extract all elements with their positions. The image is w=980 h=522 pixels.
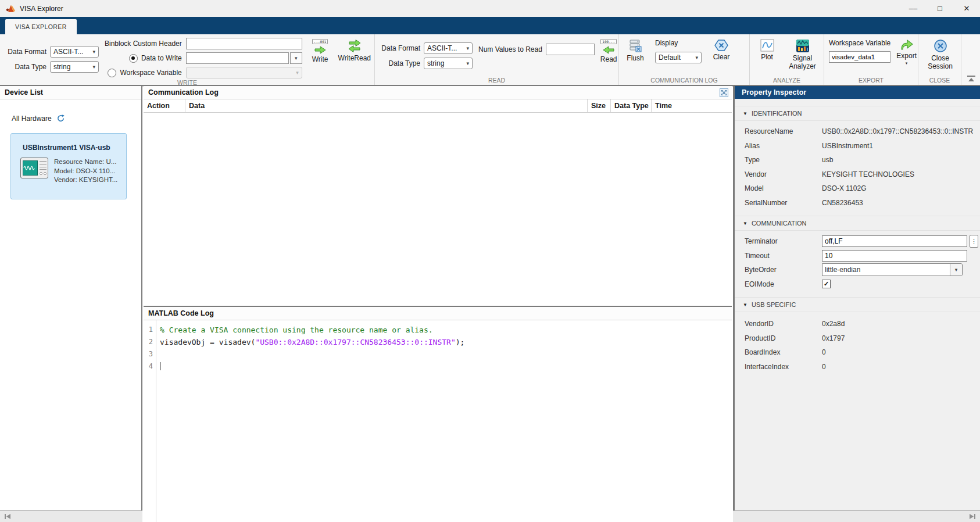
signal-analyzer-button[interactable]: Signal Analyzer (786, 38, 820, 71)
writeread-button[interactable]: WriteRead (338, 38, 371, 63)
toolstrip-ribbon: Data Format ASCII-T...▾ Data Type string… (0, 34, 980, 87)
data-to-write-combobox[interactable]: ▾ (186, 52, 302, 64)
undock-icon[interactable] (720, 88, 728, 97)
usb-specific-section-header[interactable]: ▼ USB SPECIFIC (735, 297, 980, 312)
property-row: Vendor KEYSIGHT TECHNOLOGIES (735, 167, 980, 182)
inspector-panel-bottom-bar (733, 510, 980, 522)
collapse-triangle-icon: ▼ (743, 221, 747, 226)
property-row: Timeout (735, 249, 980, 263)
chevron-down-icon: ▾ (92, 49, 95, 55)
matlab-code-log-title: MATLAB Code Log (144, 307, 732, 320)
write-button[interactable]: ...001 Write (308, 38, 332, 64)
communication-log-table-body[interactable] (144, 113, 732, 306)
device-list-title: Device List (0, 86, 141, 99)
column-header-time[interactable]: Time (652, 99, 732, 112)
code-line-3 (160, 348, 732, 360)
chevron-down-icon[interactable]: ▾ (290, 52, 302, 64)
device-resource-name: Resource Name: U... (54, 158, 117, 167)
property-row: SerialNumber CN58236453 (735, 196, 980, 210)
device-model: Model: DSO-X 110... (54, 167, 117, 176)
property-row: ResourceName USB0::0x2A8D::0x1797::CN582… (735, 124, 980, 139)
collapse-triangle-icon: ▼ (743, 302, 747, 308)
tab-visa-explorer[interactable]: VISA EXPLORER (5, 19, 77, 34)
close-session-button[interactable]: Close Session (924, 38, 957, 71)
chevron-down-icon: ▾ (92, 64, 95, 70)
binblock-header-input[interactable] (186, 38, 302, 49)
skip-to-start-icon[interactable] (2, 512, 13, 521)
green-arrow-right-icon (314, 46, 327, 54)
write-data-format-label: Data Format (5, 48, 47, 56)
window-title: VISA Explorer (20, 5, 63, 13)
display-dropdown[interactable]: Default▾ (655, 52, 702, 63)
ribbon-section-analyze: Plot Signal Analyzer ANALYZE (750, 34, 824, 86)
property-inspector-panel: Property Inspector ▼ IDENTIFICATION Reso… (733, 86, 980, 510)
export-button[interactable]: Export ▾ (896, 38, 917, 65)
property-row: InterfaceIndex 0 (735, 360, 980, 374)
property-row: Type usb (735, 153, 980, 167)
binblock-header-label: Binblock Custom Header (105, 40, 182, 48)
chevron-down-icon: ▾ (466, 60, 469, 66)
communication-log-title: Communication Log (148, 88, 219, 96)
device-card-usbinstrument1[interactable]: USBInstrument1 VISA-usb Resource Name: U… (10, 133, 127, 199)
all-hardware-label: All Hardware (12, 115, 52, 123)
read-button[interactable]: 100... Read (600, 38, 617, 64)
column-header-size[interactable]: Size (588, 99, 611, 112)
chevron-down-icon: ▾ (906, 62, 908, 65)
chevron-down-icon: ▾ (695, 55, 698, 60)
property-row: Alias USBInstrument1 (735, 139, 980, 153)
byteorder-dropdown[interactable]: little-endian ▾ (822, 263, 963, 276)
column-header-action[interactable]: Action (144, 99, 185, 112)
num-values-label: Num Values to Read (478, 45, 542, 53)
property-row: Terminator ⋮ (735, 234, 980, 249)
ribbon-section-export: Workspace Variable Export ▾ EXPORT (824, 34, 918, 86)
write-data-format-dropdown[interactable]: ASCII-T...▾ (50, 46, 99, 58)
terminator-options-button[interactable]: ⋮ (970, 235, 978, 248)
center-panel: Communication Log Action Data Size Data … (144, 86, 732, 522)
ribbon-section-write: Data Format ASCII-T...▾ Data Type string… (0, 34, 375, 86)
code-line-4 (160, 360, 732, 373)
column-header-data-type[interactable]: Data Type (611, 99, 652, 112)
collapse-ribbon-icon[interactable] (967, 76, 975, 83)
data-to-write-radio[interactable] (129, 54, 138, 63)
workspace-variable-radio[interactable] (108, 69, 116, 77)
flush-icon (628, 39, 642, 53)
green-arrow-left-icon (602, 46, 615, 54)
workspace-variable-dropdown: ▾ (186, 67, 302, 78)
read-data-type-dropdown[interactable]: string▾ (424, 58, 473, 69)
property-row: BoardIndex 0 (735, 345, 980, 360)
clear-button[interactable]: Clear (710, 38, 733, 62)
read-data-format-dropdown[interactable]: ASCII-T...▾ (424, 42, 473, 54)
close-session-icon (933, 39, 947, 53)
export-workspace-variable-label: Workspace Variable (829, 39, 890, 47)
line-number-gutter: 1 2 3 4 (144, 320, 156, 522)
code-content[interactable]: % Create a VISA connection using the res… (156, 320, 732, 522)
skip-to-end-icon[interactable] (967, 512, 978, 521)
plot-button[interactable]: Plot (756, 38, 779, 62)
collapse-triangle-icon: ▼ (743, 111, 747, 116)
column-header-data[interactable]: Data (185, 99, 588, 112)
chevron-down-icon[interactable]: ▾ (950, 264, 962, 276)
eoimode-checkbox[interactable]: ✓ (822, 280, 831, 288)
text-cursor (160, 362, 160, 370)
maximize-icon[interactable]: □ (927, 0, 953, 17)
clear-icon (714, 39, 729, 52)
export-workspace-variable-input[interactable] (829, 51, 890, 63)
title-bar: VISA Explorer –– □ ✕ (0, 0, 980, 17)
terminator-input[interactable] (822, 235, 967, 247)
minimize-icon[interactable]: –– (900, 0, 927, 17)
chevron-down-icon: ▾ (296, 70, 299, 76)
write-data-type-dropdown[interactable]: string▾ (50, 61, 99, 73)
identification-section-header[interactable]: ▼ IDENTIFICATION (735, 106, 980, 121)
property-row: ByteOrder little-endian ▾ (735, 263, 980, 277)
timeout-input[interactable] (822, 250, 967, 262)
property-row: EOIMode ✓ (735, 277, 980, 292)
toolstrip-tab-bar: VISA EXPLORER (0, 17, 980, 34)
code-line-1: % Create a VISA connection using the res… (160, 324, 732, 336)
close-icon[interactable]: ✕ (953, 0, 980, 17)
refresh-icon[interactable] (56, 114, 65, 123)
communication-section-header[interactable]: ▼ COMMUNICATION (735, 216, 980, 231)
matlab-code-editor[interactable]: 1 2 3 4 % Create a VISA connection using… (144, 320, 732, 522)
flush-button[interactable]: Flush (624, 38, 647, 63)
num-values-input[interactable] (546, 44, 595, 55)
write-data-type-label: Data Type (5, 63, 47, 71)
